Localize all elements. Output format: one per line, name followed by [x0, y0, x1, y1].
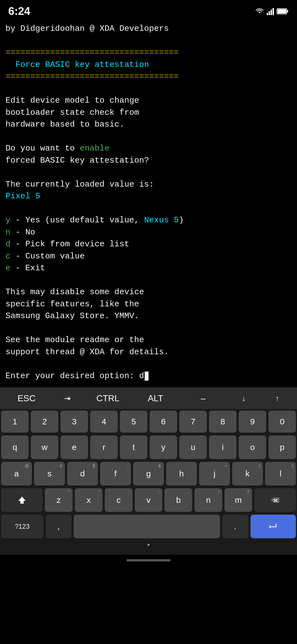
key-a[interactable]: a@: [1, 462, 32, 485]
option-y: y - Yes (use default value, Nexus 5): [6, 214, 292, 227]
asdf-row: a@ s# d$ f- g& h- j+ k( l): [1, 462, 296, 485]
key-d[interactable]: d$: [67, 462, 98, 485]
key-3[interactable]: 3: [61, 411, 88, 433]
svg-rect-5: [287, 10, 288, 12]
key-5[interactable]: 5: [120, 411, 147, 433]
bottom-row: ?123 , .: [1, 515, 296, 538]
special-keys-row[interactable]: ESC ⇥ CTRL ALT – ↓ ↑: [0, 388, 297, 409]
signal-icon: [267, 7, 274, 15]
esc-key[interactable]: ESC: [3, 392, 50, 405]
comma-key[interactable]: ,: [46, 515, 72, 538]
status-icons: [255, 7, 289, 15]
key-v[interactable]: v:: [135, 488, 163, 512]
key-7[interactable]: 7: [179, 411, 207, 433]
status-time: 6:24: [8, 5, 30, 17]
current-value: Pixel 5: [6, 190, 292, 203]
option-d: d - Pick from device list: [6, 238, 292, 250]
qwerty-row: q w e r t y u i o p: [1, 435, 296, 459]
arrow-down-key[interactable]: ↓: [227, 392, 260, 405]
svg-marker-7: [18, 496, 26, 504]
equals-top: ===================================: [6, 47, 292, 59]
key-j[interactable]: j+: [199, 462, 230, 485]
wifi-icon: [255, 7, 265, 15]
key-4[interactable]: 4: [90, 411, 118, 433]
key-1[interactable]: 1: [1, 411, 29, 433]
key-y[interactable]: y: [150, 435, 177, 459]
keyboard: 1 2 3 4 5 6 7 8 9 0 q w e r t y u i o p …: [0, 409, 297, 555]
svg-rect-0: [267, 13, 268, 15]
option-c: c - Custom value: [6, 250, 292, 263]
status-bar: 6:24: [0, 0, 297, 20]
key-m[interactable]: m?: [224, 488, 252, 512]
key-l[interactable]: l): [265, 462, 296, 485]
option-e: e - Exit: [6, 262, 292, 274]
desc-line: Edit device model to changebootloader st…: [6, 95, 292, 131]
svg-rect-3: [273, 8, 274, 15]
svg-rect-6: [277, 9, 286, 13]
question-line: Do you want to enableforced BASIC key at…: [6, 143, 292, 167]
equals-bottom: ===================================: [6, 71, 292, 83]
author-line: by Didgeridoohan @ XDA Developers: [6, 23, 292, 35]
warning-line: This may disable some devicespecific fea…: [6, 286, 292, 322]
key-p[interactable]: p: [268, 435, 296, 459]
key-8[interactable]: 8: [209, 411, 237, 433]
key-h[interactable]: h-: [166, 462, 197, 485]
key-t[interactable]: t: [120, 435, 147, 459]
key-c[interactable]: c': [105, 488, 133, 512]
svg-rect-2: [271, 10, 272, 15]
dash-key[interactable]: –: [179, 392, 227, 405]
number-row: 1 2 3 4 5 6 7 8 9 0: [1, 411, 296, 433]
key-9[interactable]: 9: [239, 411, 266, 433]
hide-keyboard-button[interactable]: ˅: [147, 543, 150, 552]
nav-pill: [127, 559, 170, 561]
alt-key[interactable]: ALT: [132, 392, 179, 405]
shift-key[interactable]: [1, 488, 43, 512]
key-r[interactable]: r: [90, 435, 118, 459]
key-w[interactable]: w: [31, 435, 58, 459]
period-key[interactable]: .: [222, 515, 248, 538]
tab-key[interactable]: ⇥: [50, 392, 84, 405]
key-g[interactable]: g&: [133, 462, 164, 485]
key-s[interactable]: s#: [34, 462, 65, 485]
enter-key[interactable]: [251, 515, 296, 538]
nav-bar: [0, 555, 297, 570]
input-line: Enter your desired option: d: [6, 370, 292, 382]
readme-line: See the module readme or thesupport thre…: [6, 334, 292, 358]
svg-rect-1: [269, 11, 270, 15]
key-2[interactable]: 2: [31, 411, 58, 433]
key-k[interactable]: k(: [232, 462, 263, 485]
title-line: Force BASIC key attestation: [6, 59, 292, 71]
key-n[interactable]: n!: [194, 488, 222, 512]
arrow-up-key[interactable]: ↑: [261, 392, 294, 405]
key-o[interactable]: o: [239, 435, 266, 459]
zxcv-row: z* x" c' v: b; n! m?: [1, 488, 296, 512]
key-q[interactable]: q: [1, 435, 29, 459]
key-b[interactable]: b;: [164, 488, 192, 512]
current-value-label: The currently loaded value is:: [6, 179, 292, 191]
key-i[interactable]: i: [209, 435, 237, 459]
terminal-content: by Didgeridoohan @ XDA Developers ======…: [0, 20, 297, 388]
key-z[interactable]: z*: [45, 488, 73, 512]
key-u[interactable]: u: [179, 435, 207, 459]
key-f[interactable]: f-: [100, 462, 131, 485]
key-6[interactable]: 6: [150, 411, 177, 433]
option-n: n - No: [6, 227, 292, 239]
backspace-key[interactable]: [254, 488, 296, 512]
battery-icon: [277, 8, 289, 14]
key-0[interactable]: 0: [268, 411, 296, 433]
key-e[interactable]: e: [61, 435, 88, 459]
ctrl-key[interactable]: CTRL: [84, 392, 132, 405]
key-x[interactable]: x": [75, 488, 103, 512]
space-key[interactable]: [74, 515, 220, 538]
sym-key[interactable]: ?123: [1, 515, 43, 538]
hide-keyboard-row[interactable]: ˅: [1, 541, 296, 553]
